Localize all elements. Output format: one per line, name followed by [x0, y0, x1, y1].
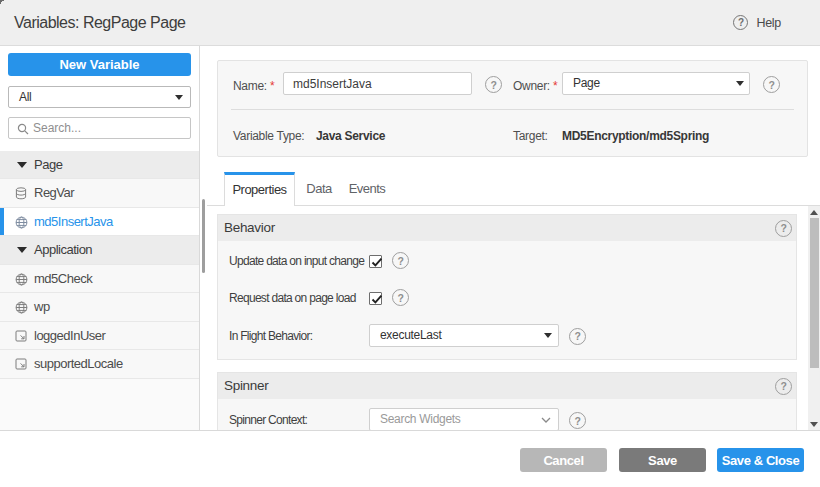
select-value: executeLast: [380, 325, 441, 346]
tree-item-label: md5Check: [34, 265, 92, 293]
row-help-icon[interactable]: ?: [392, 252, 409, 269]
tree-empty-area: [0, 379, 199, 431]
tree-item-wp[interactable]: wp: [0, 293, 199, 322]
properties-panel: Behavior ? Update data on input change ?…: [207, 206, 820, 430]
target-value: MD5Encryption/md5Spring: [562, 129, 709, 143]
dialog-footer: Cancel Save Save & Close: [0, 431, 820, 487]
owner-label: Owner: *: [513, 79, 557, 93]
name-label: Name: *: [233, 79, 274, 93]
tree-item-loggedinuser[interactable]: loggedInUser: [0, 322, 199, 351]
chevron-down-icon: [544, 333, 552, 338]
search-input[interactable]: [33, 119, 183, 137]
variable-filter-select[interactable]: All: [8, 86, 191, 108]
help-button[interactable]: ? Help: [733, 0, 781, 45]
save-and-close-button[interactable]: Save & Close: [717, 448, 804, 472]
request-data-checkbox[interactable]: [369, 292, 382, 305]
tree-item-label: wp: [34, 293, 50, 321]
update-data-checkbox[interactable]: [369, 255, 382, 268]
chevron-down-icon: [175, 95, 183, 100]
section-title: Behavior: [224, 215, 275, 241]
triangle-down-shape: [810, 422, 818, 427]
in-flight-behavior-select[interactable]: executeLast: [369, 324, 559, 347]
select-placeholder: Search Widgets: [380, 409, 461, 430]
cancel-button[interactable]: Cancel: [520, 448, 607, 472]
tree-group-application[interactable]: Application: [0, 236, 199, 265]
collapse-caret-icon: [17, 247, 27, 253]
tree-group-page[interactable]: Page: [0, 151, 199, 180]
collapse-caret-icon: [17, 162, 27, 168]
tree-item-md5insertjava[interactable]: md5InsertJava: [0, 208, 199, 237]
scroll-down-arrow-icon[interactable]: [808, 418, 820, 430]
triangle-up-shape: [810, 210, 818, 215]
spinner-context-select[interactable]: Search Widgets: [369, 408, 559, 430]
variables-tree: Page RegVar md5InsertJava Applicati: [0, 151, 199, 379]
variable-filter-value: All: [19, 87, 31, 107]
behavior-section-header: Behavior ?: [218, 215, 796, 241]
tree-item-md5check[interactable]: md5Check: [0, 265, 199, 294]
tree-item-supportedlocale[interactable]: supportedLocale: [0, 350, 199, 379]
owner-label-text: Owner:: [513, 79, 550, 93]
behavior-help-icon[interactable]: ?: [775, 220, 792, 237]
dialog-title: Variables: RegPage Page: [14, 0, 185, 45]
chevron-down-icon: [541, 417, 551, 423]
save-button[interactable]: Save: [619, 448, 706, 472]
target-label: Target:: [513, 129, 548, 143]
variable-type-value: Java Service: [316, 129, 385, 143]
new-variable-button[interactable]: New Variable: [8, 53, 191, 76]
tab-data[interactable]: Data: [295, 172, 343, 207]
property-label: Spinner Context:: [229, 408, 307, 430]
scroll-up-arrow-icon[interactable]: [808, 206, 820, 218]
help-label: Help: [756, 16, 781, 30]
tree-item-label: md5InsertJava: [34, 208, 113, 236]
tree-item-regvar[interactable]: RegVar: [0, 179, 199, 208]
row-help-icon[interactable]: ?: [569, 328, 586, 345]
tab-events[interactable]: Events: [343, 172, 391, 207]
globe-icon: [15, 273, 28, 286]
model-icon: [15, 358, 27, 370]
model-icon: [15, 330, 27, 342]
name-help-icon[interactable]: ?: [485, 76, 502, 93]
tree-item-label: loggedInUser: [34, 322, 105, 350]
tree-group-label: Application: [34, 236, 92, 264]
spinner-help-icon[interactable]: ?: [775, 378, 792, 395]
property-row: Update data on input change ?: [218, 249, 796, 273]
variable-detail-pane: Name: * ? Owner: * Page ? Variable Type:…: [207, 46, 820, 431]
required-asterisk: *: [270, 79, 274, 93]
selected-indicator-bar: [0, 208, 4, 236]
chevron-down-icon: [736, 81, 744, 86]
row-help-icon[interactable]: ?: [569, 412, 586, 429]
help-icon: ?: [733, 15, 748, 30]
owner-select-value: Page: [573, 73, 600, 94]
variable-type-label: Variable Type:: [233, 129, 304, 143]
section-title: Spinner: [224, 373, 268, 399]
variables-sidebar: New Variable All Page RegVar: [0, 46, 200, 431]
name-label-text: Name:: [233, 79, 267, 93]
property-label: Request data on page load: [229, 286, 356, 310]
variable-search-box: [8, 117, 191, 139]
row-help-icon[interactable]: ?: [392, 289, 409, 306]
behavior-section: Behavior ? Update data on input change ?…: [217, 214, 797, 360]
checkmark-icon: [371, 294, 383, 305]
tree-item-label: supportedLocale: [34, 350, 123, 378]
tab-properties[interactable]: Properties: [224, 172, 295, 207]
variable-summary-panel: Name: * ? Owner: * Page ? Variable Type:…: [217, 60, 808, 157]
scrollbar-thumb[interactable]: [810, 218, 819, 368]
name-input[interactable]: [283, 72, 472, 95]
owner-help-icon[interactable]: ?: [763, 76, 780, 93]
sidebar-scrollbar-thumb[interactable]: [202, 199, 206, 273]
panel-divider: [231, 109, 794, 110]
property-row: Spinner Context: Search Widgets ?: [218, 408, 796, 430]
spinner-section: Spinner ? Spinner Context: Search Widget…: [217, 372, 797, 430]
properties-scrollbar[interactable]: [808, 206, 820, 430]
property-label: In Flight Behavior:: [229, 324, 312, 348]
property-label: Update data on input change: [229, 249, 364, 273]
owner-select[interactable]: Page: [562, 72, 750, 95]
window-corner-artifact: [0, 0, 4, 4]
tree-group-label: Page: [34, 151, 62, 179]
property-row: Request data on page load ?: [218, 286, 796, 310]
globe-icon: [15, 216, 28, 229]
database-icon: [15, 187, 27, 200]
required-asterisk: *: [553, 79, 557, 93]
globe-icon: [15, 301, 28, 314]
spinner-section-header: Spinner ?: [218, 373, 796, 399]
